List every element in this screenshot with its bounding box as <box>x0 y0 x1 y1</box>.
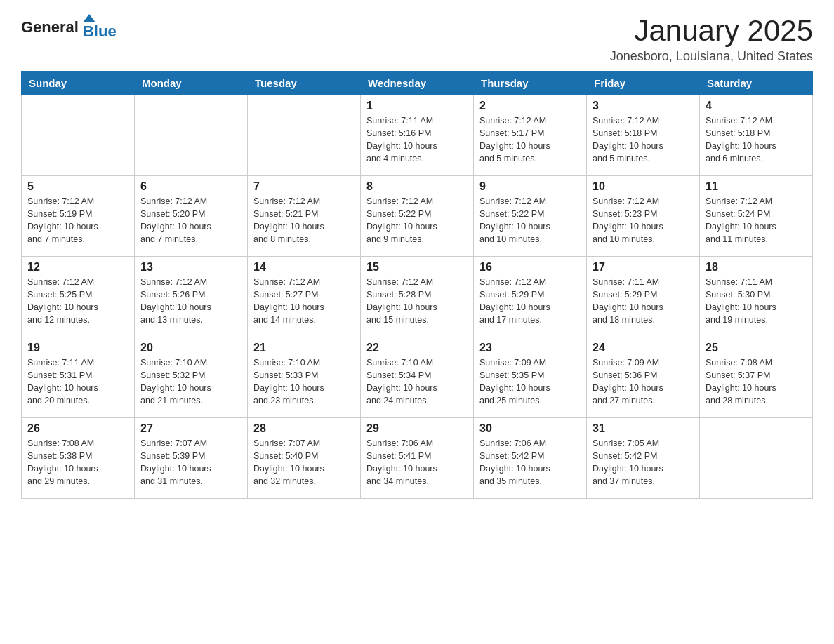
calendar-week-row: 19Sunrise: 7:11 AM Sunset: 5:31 PM Dayli… <box>22 337 813 418</box>
weekday-header-sunday: Sunday <box>22 72 135 95</box>
day-info: Sunrise: 7:11 AM Sunset: 5:16 PM Dayligh… <box>366 114 468 166</box>
day-number: 28 <box>253 422 355 435</box>
day-info: Sunrise: 7:11 AM Sunset: 5:31 PM Dayligh… <box>27 356 128 408</box>
calendar-cell: 6Sunrise: 7:12 AM Sunset: 5:20 PM Daylig… <box>135 176 248 257</box>
day-number: 6 <box>140 180 241 193</box>
day-info: Sunrise: 7:12 AM Sunset: 5:18 PM Dayligh… <box>706 114 807 166</box>
day-info: Sunrise: 7:12 AM Sunset: 5:27 PM Dayligh… <box>253 276 355 327</box>
day-number: 23 <box>479 342 581 354</box>
calendar-cell: 20Sunrise: 7:10 AM Sunset: 5:32 PM Dayli… <box>135 337 248 418</box>
calendar-cell: 23Sunrise: 7:09 AM Sunset: 5:35 PM Dayli… <box>474 337 587 418</box>
calendar-cell <box>135 95 248 176</box>
calendar-cell: 13Sunrise: 7:12 AM Sunset: 5:26 PM Dayli… <box>135 257 248 337</box>
day-info: Sunrise: 7:12 AM Sunset: 5:28 PM Dayligh… <box>366 276 468 327</box>
calendar-week-row: 26Sunrise: 7:08 AM Sunset: 5:38 PM Dayli… <box>22 418 813 499</box>
day-info: Sunrise: 7:12 AM Sunset: 5:25 PM Dayligh… <box>27 276 128 327</box>
day-info: Sunrise: 7:06 AM Sunset: 5:42 PM Dayligh… <box>479 437 581 488</box>
calendar-cell: 7Sunrise: 7:12 AM Sunset: 5:21 PM Daylig… <box>248 176 361 257</box>
weekday-header-wednesday: Wednesday <box>361 72 474 95</box>
calendar-cell: 18Sunrise: 7:11 AM Sunset: 5:30 PM Dayli… <box>700 257 813 337</box>
logo-text-blue: Blue <box>83 22 117 41</box>
calendar-table: SundayMondayTuesdayWednesdayThursdayFrid… <box>21 71 813 499</box>
day-number: 22 <box>366 342 468 354</box>
day-number: 10 <box>593 180 694 193</box>
title-area: January 2025 Jonesboro, Louisiana, Unite… <box>610 14 813 64</box>
weekday-header-tuesday: Tuesday <box>248 72 361 95</box>
weekday-header-friday: Friday <box>587 72 700 95</box>
day-info: Sunrise: 7:12 AM Sunset: 5:19 PM Dayligh… <box>27 195 128 246</box>
logo: General Blue <box>21 14 117 41</box>
day-number: 11 <box>706 180 807 193</box>
day-number: 5 <box>27 180 128 193</box>
day-number: 20 <box>140 342 241 354</box>
day-info: Sunrise: 7:07 AM Sunset: 5:40 PM Dayligh… <box>253 437 355 488</box>
calendar-cell: 8Sunrise: 7:12 AM Sunset: 5:22 PM Daylig… <box>361 176 474 257</box>
weekday-header-thursday: Thursday <box>474 72 587 95</box>
day-number: 26 <box>27 422 128 435</box>
calendar-cell: 22Sunrise: 7:10 AM Sunset: 5:34 PM Dayli… <box>361 337 474 418</box>
calendar-cell: 31Sunrise: 7:05 AM Sunset: 5:42 PM Dayli… <box>587 418 700 499</box>
day-number: 19 <box>27 342 128 354</box>
day-info: Sunrise: 7:08 AM Sunset: 5:37 PM Dayligh… <box>706 356 807 408</box>
location-title: Jonesboro, Louisiana, United States <box>610 49 813 64</box>
day-number: 9 <box>479 180 581 193</box>
logo-text-general: General <box>21 18 79 36</box>
day-number: 18 <box>706 261 807 274</box>
day-number: 17 <box>593 261 694 274</box>
day-info: Sunrise: 7:12 AM Sunset: 5:26 PM Dayligh… <box>140 276 241 327</box>
calendar-cell <box>248 95 361 176</box>
calendar-cell <box>700 418 813 499</box>
calendar-cell: 19Sunrise: 7:11 AM Sunset: 5:31 PM Dayli… <box>22 337 135 418</box>
day-number: 13 <box>140 261 241 274</box>
day-info: Sunrise: 7:11 AM Sunset: 5:30 PM Dayligh… <box>706 276 807 327</box>
calendar-cell: 14Sunrise: 7:12 AM Sunset: 5:27 PM Dayli… <box>248 257 361 337</box>
day-info: Sunrise: 7:07 AM Sunset: 5:39 PM Dayligh… <box>140 437 241 488</box>
calendar-cell: 21Sunrise: 7:10 AM Sunset: 5:33 PM Dayli… <box>248 337 361 418</box>
day-number: 16 <box>479 261 581 274</box>
day-info: Sunrise: 7:09 AM Sunset: 5:36 PM Dayligh… <box>593 356 694 408</box>
calendar-cell: 4Sunrise: 7:12 AM Sunset: 5:18 PM Daylig… <box>700 95 813 176</box>
day-info: Sunrise: 7:12 AM Sunset: 5:23 PM Dayligh… <box>593 195 694 246</box>
weekday-header-monday: Monday <box>135 72 248 95</box>
day-number: 29 <box>366 422 468 435</box>
day-number: 14 <box>253 261 355 274</box>
day-info: Sunrise: 7:12 AM Sunset: 5:22 PM Dayligh… <box>366 195 468 246</box>
calendar-cell: 28Sunrise: 7:07 AM Sunset: 5:40 PM Dayli… <box>248 418 361 499</box>
calendar-cell <box>22 95 135 176</box>
calendar-cell: 27Sunrise: 7:07 AM Sunset: 5:39 PM Dayli… <box>135 418 248 499</box>
day-info: Sunrise: 7:08 AM Sunset: 5:38 PM Dayligh… <box>27 437 128 488</box>
day-info: Sunrise: 7:12 AM Sunset: 5:22 PM Dayligh… <box>479 195 581 246</box>
day-number: 31 <box>593 422 694 435</box>
calendar-cell: 1Sunrise: 7:11 AM Sunset: 5:16 PM Daylig… <box>361 95 474 176</box>
day-number: 8 <box>366 180 468 193</box>
day-info: Sunrise: 7:10 AM Sunset: 5:34 PM Dayligh… <box>366 356 468 408</box>
day-info: Sunrise: 7:10 AM Sunset: 5:32 PM Dayligh… <box>140 356 241 408</box>
calendar-cell: 11Sunrise: 7:12 AM Sunset: 5:24 PM Dayli… <box>700 176 813 257</box>
day-info: Sunrise: 7:12 AM Sunset: 5:29 PM Dayligh… <box>479 276 581 327</box>
calendar-cell: 17Sunrise: 7:11 AM Sunset: 5:29 PM Dayli… <box>587 257 700 337</box>
day-number: 25 <box>706 342 807 354</box>
calendar-cell: 12Sunrise: 7:12 AM Sunset: 5:25 PM Dayli… <box>22 257 135 337</box>
weekday-header-row: SundayMondayTuesdayWednesdayThursdayFrid… <box>22 72 813 95</box>
calendar-cell: 10Sunrise: 7:12 AM Sunset: 5:23 PM Dayli… <box>587 176 700 257</box>
day-number: 12 <box>27 261 128 274</box>
day-info: Sunrise: 7:06 AM Sunset: 5:41 PM Dayligh… <box>366 437 468 488</box>
day-number: 30 <box>479 422 581 435</box>
day-info: Sunrise: 7:12 AM Sunset: 5:17 PM Dayligh… <box>479 114 581 166</box>
day-number: 21 <box>253 342 355 354</box>
day-info: Sunrise: 7:12 AM Sunset: 5:20 PM Dayligh… <box>140 195 241 246</box>
calendar-cell: 9Sunrise: 7:12 AM Sunset: 5:22 PM Daylig… <box>474 176 587 257</box>
day-number: 1 <box>366 100 468 112</box>
calendar-cell: 29Sunrise: 7:06 AM Sunset: 5:41 PM Dayli… <box>361 418 474 499</box>
day-info: Sunrise: 7:09 AM Sunset: 5:35 PM Dayligh… <box>479 356 581 408</box>
page-header: General Blue January 2025 Jonesboro, Lou… <box>21 14 813 64</box>
calendar-cell: 2Sunrise: 7:12 AM Sunset: 5:17 PM Daylig… <box>474 95 587 176</box>
day-info: Sunrise: 7:12 AM Sunset: 5:24 PM Dayligh… <box>706 195 807 246</box>
calendar-cell: 16Sunrise: 7:12 AM Sunset: 5:29 PM Dayli… <box>474 257 587 337</box>
day-number: 3 <box>593 100 694 112</box>
day-info: Sunrise: 7:11 AM Sunset: 5:29 PM Dayligh… <box>593 276 694 327</box>
calendar-week-row: 1Sunrise: 7:11 AM Sunset: 5:16 PM Daylig… <box>22 95 813 176</box>
weekday-header-saturday: Saturday <box>700 72 813 95</box>
month-title: January 2025 <box>610 14 813 48</box>
calendar-cell: 25Sunrise: 7:08 AM Sunset: 5:37 PM Dayli… <box>700 337 813 418</box>
